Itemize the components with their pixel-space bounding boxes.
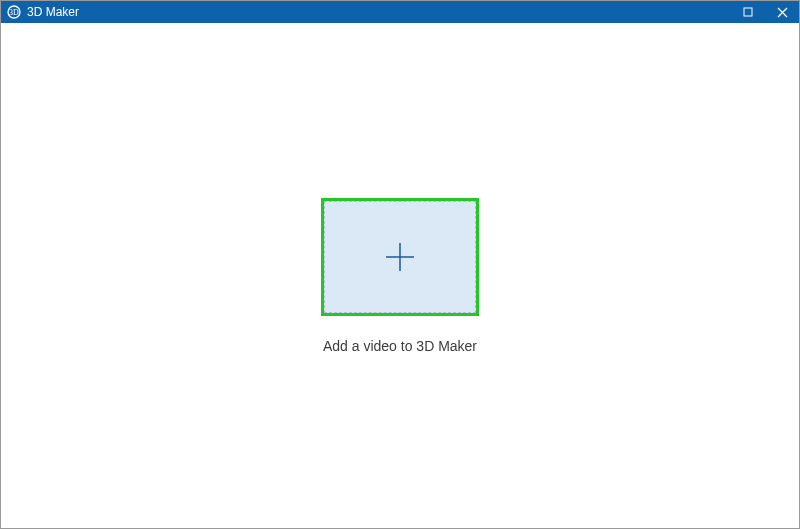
maximize-icon <box>743 7 753 17</box>
window-title: 3D Maker <box>27 5 79 19</box>
dropzone-highlight <box>321 198 479 316</box>
maximize-button[interactable] <box>731 1 765 23</box>
plus-icon <box>383 240 417 274</box>
main-content: Add a video to 3D Maker <box>1 23 799 528</box>
close-icon <box>777 7 788 18</box>
dropzone-caption: Add a video to 3D Maker <box>323 338 477 354</box>
titlebar: 3D 3D Maker <box>1 1 799 23</box>
svg-rect-2 <box>744 8 752 16</box>
close-button[interactable] <box>765 1 799 23</box>
add-video-dropzone[interactable] <box>324 201 476 313</box>
svg-text:3D: 3D <box>9 8 19 17</box>
app-icon: 3D <box>7 5 21 19</box>
window-controls <box>731 1 799 23</box>
app-window: 3D 3D Maker <box>0 0 800 529</box>
